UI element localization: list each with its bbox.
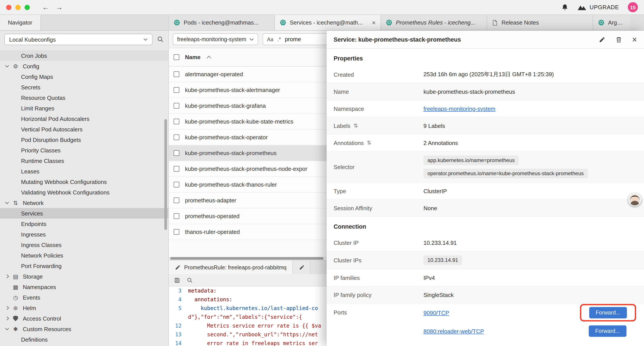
delete-service-button[interactable] <box>616 36 622 43</box>
sidebar-item-resource-quotas[interactable]: Resource Quotas <box>0 92 168 103</box>
tab-services-icecheng-math[interactable]: Services - icecheng@math...× <box>275 15 381 30</box>
name-column-header[interactable]: Name <box>185 54 200 60</box>
back-button[interactable]: ← <box>41 3 50 11</box>
sidebar-item-priority-classes[interactable]: Priority Classes <box>0 145 168 155</box>
row-checkbox[interactable] <box>174 71 179 77</box>
sidebar-item-runtime-classes[interactable]: Runtime Classes <box>0 155 168 166</box>
chevron-right-icon[interactable] <box>5 317 9 320</box>
match-case-toggle[interactable]: Aa <box>267 36 273 42</box>
sidebar-item-label: Cron Jobs <box>21 52 47 59</box>
edit-pencil-icon <box>299 265 305 270</box>
sidebar-item-definitions[interactable]: Definitions <box>0 334 168 345</box>
sidebar-item-validating-webhook-configurations[interactable]: Validating Webhook Configurations <box>0 187 168 198</box>
sidebar-item-services[interactable]: Services <box>0 208 168 219</box>
maximize-window-button[interactable] <box>24 4 30 10</box>
sidebar-item-cron-jobs[interactable]: Cron Jobs <box>0 50 168 61</box>
sidebar-item-network-policies[interactable]: Network Policies <box>0 250 168 261</box>
sidebar-item-horizontal-pod-autoscalers[interactable]: Horizontal Pod Autoscalers <box>0 113 168 124</box>
sidebar-item-custom-resources[interactable]: ✱Custom Resources <box>0 324 168 334</box>
port-link[interactable]: 8080:reloader-web/TCP <box>424 328 484 335</box>
dock-tab-next[interactable] <box>293 261 310 274</box>
row-checkbox[interactable] <box>174 150 179 156</box>
row-checkbox[interactable] <box>174 87 179 93</box>
sidebar-item-config-maps[interactable]: Config Maps <box>0 71 168 82</box>
chevron-down-icon[interactable] <box>5 64 9 67</box>
row-checkbox[interactable] <box>174 198 179 203</box>
sidebar-item-ingresses[interactable]: Ingresses <box>0 229 168 240</box>
detail-row-session-affinity: Session AffinityNone <box>326 200 644 217</box>
unfold-sort-icon[interactable]: ⇅ <box>367 140 371 146</box>
service-name: kube-prometheus-stack-prometheus <box>185 150 277 156</box>
search-input[interactable]: Aa .* prome <box>262 33 337 45</box>
tab-prometheus-rules-icecheng[interactable]: Prometheus Rules - icecheng... <box>381 15 487 30</box>
service-name: kube-prometheus-stack-alertmanager <box>185 87 280 93</box>
sidebar-item-limit-ranges[interactable]: Limit Ranges <box>0 103 168 113</box>
sidebar-item-namespaces[interactable]: ▦Namespaces <box>0 282 168 292</box>
edit-service-button[interactable] <box>599 36 606 43</box>
row-checkbox[interactable] <box>174 134 179 140</box>
tab-close-icon[interactable]: × <box>372 19 376 26</box>
dock-tab-prometheusrule[interactable]: PrometheusRule: freeleaps-prod-rabbitmq <box>169 261 293 274</box>
sidebar-item-mutating-webhook-configurations[interactable]: Mutating Webhook Configurations <box>0 177 168 187</box>
row-checkbox[interactable] <box>174 166 179 172</box>
row-checkbox[interactable] <box>174 213 179 219</box>
editor-search-icon[interactable] <box>187 277 193 283</box>
save-icon[interactable] <box>174 277 180 283</box>
sidebar-item-leases[interactable]: Leases <box>0 166 168 177</box>
chevron-right-icon[interactable] <box>5 306 9 310</box>
chevron-down-icon[interactable] <box>5 200 9 204</box>
scrollbar-thumb[interactable] <box>170 257 324 260</box>
minimize-window-button[interactable] <box>15 4 20 10</box>
sidebar-item-label: Namespaces <box>23 284 56 290</box>
sidebar-item-pod-disruption-budgets[interactable]: Pod Disruption Budgets <box>0 134 168 145</box>
select-all-checkbox[interactable] <box>174 54 179 60</box>
sidebar-search-icon[interactable] <box>157 36 164 43</box>
row-checkbox[interactable] <box>174 119 179 124</box>
sidebar-item-helm[interactable]: ⊛Helm <box>0 303 168 313</box>
sidebar-item-access-control[interactable]: Access Control <box>0 313 168 324</box>
navigator-title: Navigator <box>0 15 40 30</box>
sidebar-item-vertical-pod-autoscalers[interactable]: Vertical Pod Autoscalers <box>0 124 168 134</box>
sidebar-item-events[interactable]: ◷Events <box>0 292 168 303</box>
forward-button[interactable]: Forward... <box>588 326 626 337</box>
tab-label: Argo S... <box>608 19 625 26</box>
sidebar-item-storage[interactable]: ▤Storage <box>0 271 168 282</box>
forward-button[interactable]: → <box>54 3 64 11</box>
navigator-header: Navigator <box>0 15 168 31</box>
port-link[interactable]: 9090/TCP <box>424 310 449 316</box>
sidebar-item-label: Port Forwarding <box>21 263 62 269</box>
sidebar-item-port-forwarding[interactable]: Port Forwarding <box>0 261 168 271</box>
user-avatar[interactable] <box>628 193 641 206</box>
sidebar-item-label: Config <box>23 63 39 69</box>
tab-argo-s[interactable]: Argo S... <box>593 15 630 30</box>
sidebar-item-network[interactable]: ⇅Network <box>0 198 168 208</box>
namespace-link[interactable]: freeleaps-monitoring-system <box>424 105 496 112</box>
sidebar-item-ingress-classes[interactable]: Ingress Classes <box>0 240 168 250</box>
regex-toggle[interactable]: .* <box>277 36 281 42</box>
sort-ascending-icon[interactable] <box>207 56 211 60</box>
close-window-button[interactable] <box>6 4 12 10</box>
detail-label: Namespace <box>334 105 424 112</box>
forward-button[interactable]: Forward... <box>589 307 627 319</box>
sidebar-item-secrets[interactable]: Secrets <box>0 82 168 92</box>
line-number: 3 <box>169 287 188 295</box>
row-checkbox[interactable] <box>174 182 179 187</box>
row-checkbox[interactable] <box>174 103 179 109</box>
row-checkbox[interactable] <box>174 229 179 235</box>
tab-pods-icecheng-mathmas[interactable]: Pods - icecheng@mathmas... <box>169 15 275 30</box>
chevron-right-icon[interactable] <box>5 275 9 278</box>
upgrade-button[interactable]: UPGRADE <box>577 4 619 10</box>
sidebar-scrollbar[interactable] <box>164 119 167 230</box>
unfold-sort-icon[interactable]: ⇅ <box>354 123 358 129</box>
notification-count-badge[interactable]: 15 <box>628 2 638 12</box>
kubeconfig-selector[interactable]: Local Kubeconfigs <box>4 34 152 45</box>
service-name: prometheus-adapter <box>185 197 236 204</box>
close-drawer-button[interactable]: × <box>632 35 637 43</box>
tab-release-notes[interactable]: Release Notes <box>487 15 593 30</box>
sidebar-item-config[interactable]: ⚙Config <box>0 61 168 71</box>
chevron-down-icon[interactable] <box>5 327 9 330</box>
notifications-bell-icon[interactable] <box>561 3 568 11</box>
namespace-filter-select[interactable]: freeleaps-monitoring-system <box>173 33 258 45</box>
sidebar-item-label: Endpoints <box>21 221 46 227</box>
sidebar-item-endpoints[interactable]: Endpoints <box>0 219 168 229</box>
